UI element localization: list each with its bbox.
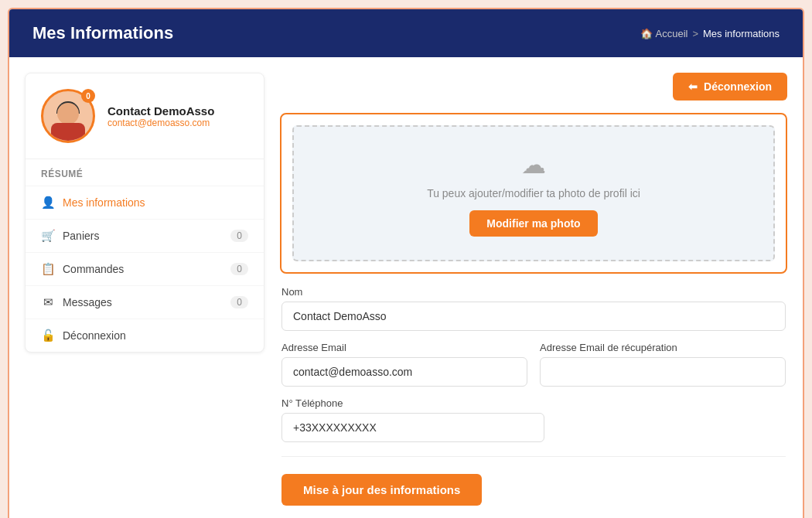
- sidebar-item-label-messages: Messages: [63, 296, 112, 308]
- nom-input[interactable]: [281, 302, 786, 331]
- sidebar-item-label-mes-informations: Mes informations: [63, 196, 145, 209]
- orders-icon: 📋: [41, 262, 55, 276]
- breadcrumb-separator: >: [692, 28, 698, 39]
- phone-input[interactable]: [281, 413, 544, 442]
- messages-badge: 0: [230, 296, 248, 308]
- form-group-email-recovery: Adresse Email de récupération: [540, 342, 786, 387]
- right-top: ⬅ Déconnexion: [280, 73, 787, 101]
- right-panel: ⬅ Déconnexion ☁ Tu peux ajouter/modifier…: [280, 73, 787, 506]
- deconnexion-label: Déconnexion: [704, 80, 772, 93]
- email-recovery-input[interactable]: [540, 357, 786, 387]
- upload-text: Tu peux ajouter/modifier ta photo de pro…: [427, 187, 640, 199]
- sidebar-item-label-deconnexion: Déconnexion: [63, 329, 126, 342]
- breadcrumb: 🏠 Accueil > Mes informations: [640, 28, 780, 39]
- commandes-badge: 0: [230, 263, 248, 275]
- paniers-badge: 0: [230, 230, 248, 242]
- user-icon: 👤: [41, 196, 55, 210]
- logout-icon-btn: ⬅: [688, 80, 698, 93]
- email-input[interactable]: [281, 357, 527, 387]
- cart-icon: 🛒: [41, 229, 55, 243]
- form-group-email: Adresse Email: [281, 342, 527, 387]
- sidebar: 0 Contact DemoAsso contact@demoasso.com …: [25, 73, 264, 353]
- nom-label: Nom: [281, 286, 786, 298]
- upload-icon: ☁: [521, 150, 546, 179]
- home-icon: 🏠: [640, 28, 653, 39]
- sidebar-profile: 0 Contact DemoAsso contact@demoasso.com: [26, 73, 264, 159]
- modify-photo-button[interactable]: Modifier ma photo: [469, 210, 597, 237]
- sidebar-item-label-paniers: Paniers: [63, 230, 99, 242]
- sidebar-item-paniers[interactable]: 🛒 Paniers 0: [26, 219, 264, 252]
- main-content: 0 Contact DemoAsso contact@demoasso.com …: [9, 57, 803, 518]
- form-group-nom: Nom: [281, 286, 786, 331]
- sidebar-profile-email: contact@demoasso.com: [107, 118, 214, 128]
- phone-label: N° Téléphone: [281, 397, 786, 409]
- photo-upload-card: ☁ Tu peux ajouter/modifier ta photo de p…: [280, 113, 787, 274]
- email-label: Adresse Email: [281, 342, 527, 353]
- messages-icon: ✉: [41, 295, 55, 309]
- sidebar-item-label-commandes: Commandes: [63, 263, 124, 275]
- form-section: Nom Adresse Email Adresse Email de récup…: [280, 286, 787, 506]
- breadcrumb-current: Mes informations: [703, 28, 780, 39]
- avatar-badge: 0: [81, 89, 95, 103]
- avatar-wrapper: 0: [41, 89, 95, 143]
- form-group-phone: N° Téléphone: [281, 397, 786, 442]
- header: Mes Informations 🏠 Accueil > Mes informa…: [9, 9, 803, 57]
- page-title: Mes Informations: [32, 23, 173, 43]
- sidebar-section-label: Résumé: [26, 159, 264, 186]
- deconnexion-button[interactable]: ⬅ Déconnexion: [673, 73, 787, 101]
- logout-icon: 🔓: [41, 329, 55, 342]
- photo-upload-inner: ☁ Tu peux ajouter/modifier ta photo de p…: [292, 125, 775, 261]
- email-recovery-label: Adresse Email de récupération: [540, 342, 786, 353]
- sidebar-item-messages[interactable]: ✉ Messages 0: [26, 285, 264, 319]
- sidebar-profile-name: Contact DemoAsso: [107, 104, 214, 118]
- sidebar-item-deconnexion[interactable]: 🔓 Déconnexion: [26, 319, 264, 352]
- sidebar-item-commandes[interactable]: 📋 Commandes 0: [26, 252, 264, 285]
- sidebar-item-mes-informations[interactable]: 👤 Mes informations: [26, 186, 264, 219]
- breadcrumb-home-label: Accueil: [656, 28, 688, 39]
- form-row-email: Adresse Email Adresse Email de récupérat…: [281, 342, 786, 387]
- update-button[interactable]: Mise à jour des informations: [281, 474, 482, 506]
- form-divider: [281, 456, 786, 457]
- avatar-body: [51, 123, 85, 143]
- avatar-head: [57, 103, 79, 124]
